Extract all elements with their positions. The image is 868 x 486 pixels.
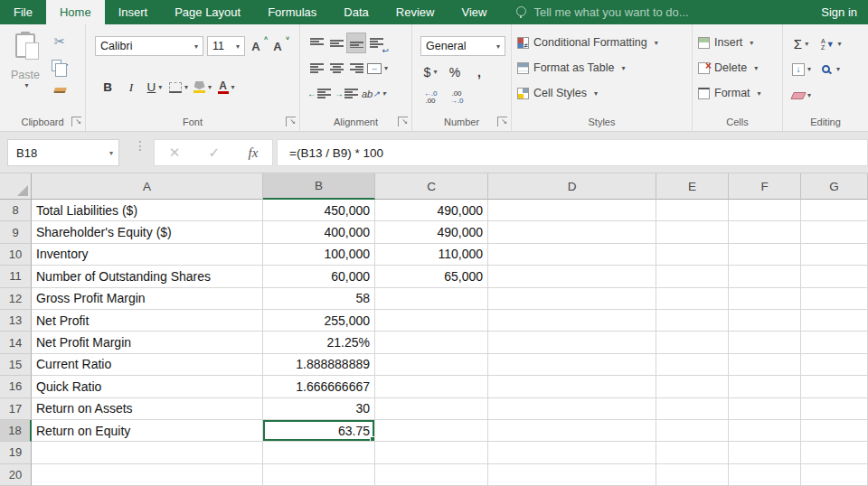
cell-F12[interactable] — [729, 288, 801, 310]
cell-C12[interactable] — [375, 288, 488, 310]
cell-G8[interactable] — [801, 200, 868, 221]
cell-A8[interactable]: Total Liabilities ($) — [32, 200, 263, 221]
borders-button[interactable]: ▾ — [169, 78, 188, 97]
cell-E17[interactable] — [656, 398, 729, 420]
cell-A16[interactable]: Quick Ratio — [32, 376, 263, 397]
cell-A20[interactable] — [32, 464, 263, 486]
wrap-text-button[interactable]: ↩ — [367, 33, 385, 52]
column-header-C[interactable]: C — [375, 173, 488, 200]
cell-F16[interactable] — [729, 376, 801, 397]
cell-A13[interactable]: Net Profit — [32, 310, 263, 332]
center-button[interactable] — [327, 59, 345, 78]
font-name-combo[interactable]: Calibri▾ — [95, 36, 203, 56]
cell-D13[interactable] — [488, 310, 656, 332]
cell-G14[interactable] — [801, 332, 868, 353]
cell-B10[interactable]: 100,000 — [263, 244, 375, 266]
italic-button[interactable]: I — [122, 78, 140, 97]
cell-D8[interactable] — [488, 200, 656, 221]
increase-decimal-button[interactable]: ←.0.00 — [421, 88, 439, 107]
cell-E13[interactable] — [656, 310, 729, 332]
number-dialog-launcher[interactable]: ↘ — [497, 117, 507, 126]
cut-button[interactable]: ✂ — [51, 32, 69, 51]
cell-B11[interactable]: 60,000 — [263, 266, 375, 287]
column-header-G[interactable]: G — [801, 173, 868, 200]
format-painter-button[interactable] — [51, 80, 69, 99]
row-header-18[interactable]: 18 — [0, 420, 32, 442]
tell-me-box[interactable]: Tell me what you want to do... — [514, 0, 688, 24]
format-cells-button[interactable]: Format▾ — [693, 87, 782, 99]
cell-A12[interactable]: Gross Profit Margin — [32, 288, 263, 310]
cell-B17[interactable]: 30 — [263, 398, 375, 420]
merge-center-button[interactable]: ↔▾ — [367, 59, 388, 78]
cell-E15[interactable] — [656, 354, 729, 376]
cell-D12[interactable] — [488, 288, 656, 310]
row-header-16[interactable]: 16 — [0, 376, 32, 397]
align-right-button[interactable] — [347, 59, 365, 78]
cell-G9[interactable] — [801, 221, 868, 243]
cell-D11[interactable] — [488, 266, 656, 287]
conditional-formatting-button[interactable]: Conditional Formatting▾ — [512, 36, 692, 49]
cell-A15[interactable]: Current Ratio — [32, 354, 263, 376]
sign-in-button[interactable]: Sign in — [821, 0, 857, 24]
autosum-button[interactable]: Σ▾ — [792, 34, 810, 53]
cell-B9[interactable]: 400,000 — [263, 221, 375, 243]
cell-A14[interactable]: Net Profit Margin — [32, 332, 263, 353]
column-header-A[interactable]: A — [32, 173, 263, 200]
cell-B13[interactable]: 255,000 — [263, 310, 375, 332]
cell-G16[interactable] — [801, 376, 868, 397]
cell-E18[interactable] — [656, 420, 729, 442]
cell-A17[interactable]: Return on Assets — [32, 398, 263, 420]
percent-style-button[interactable]: % — [446, 62, 464, 81]
cell-F13[interactable] — [729, 310, 801, 332]
find-select-button[interactable]: ▾ — [822, 60, 840, 79]
cell-A9[interactable]: Shareholder's Equity ($) — [32, 221, 263, 243]
increase-font-size-button[interactable]: A˄ — [249, 37, 267, 56]
orientation-button[interactable]: ab↗▾ — [362, 84, 386, 103]
cell-E11[interactable] — [656, 266, 729, 287]
cell-styles-button[interactable]: Cell Styles▾ — [512, 87, 692, 99]
cell-D16[interactable] — [488, 376, 656, 397]
cell-C15[interactable] — [375, 354, 488, 376]
bold-button[interactable]: B — [99, 78, 117, 97]
paste-button[interactable]: Paste ▾ — [5, 32, 46, 109]
cell-G19[interactable] — [801, 442, 868, 463]
cell-G10[interactable] — [801, 244, 868, 266]
cell-G17[interactable] — [801, 398, 868, 420]
tab-file[interactable]: File — [0, 0, 46, 24]
fill-color-button[interactable]: ▾ — [193, 78, 212, 97]
cell-A11[interactable]: Number of Outstanding Shares — [32, 266, 263, 287]
cell-C16[interactable] — [375, 376, 488, 397]
insert-cells-button[interactable]: Insert▾ — [693, 36, 782, 49]
underline-button[interactable]: U▾ — [146, 78, 164, 97]
insert-function-button[interactable]: fx — [248, 145, 258, 161]
cell-C9[interactable]: 490,000 — [375, 221, 488, 243]
clear-button[interactable]: ▾ — [792, 86, 811, 105]
name-box[interactable]: B18 ▾ — [7, 139, 119, 166]
row-header-11[interactable]: 11 — [0, 266, 32, 287]
decrease-decimal-button[interactable]: .00→.0 — [448, 88, 466, 107]
row-header-9[interactable]: 9 — [0, 221, 32, 243]
cell-D19[interactable] — [488, 442, 656, 463]
row-header-14[interactable]: 14 — [0, 332, 32, 353]
select-all-corner[interactable] — [0, 173, 32, 200]
row-header-17[interactable]: 17 — [0, 398, 32, 420]
column-header-D[interactable]: D — [488, 173, 656, 200]
cell-G18[interactable] — [801, 420, 868, 442]
format-as-table-button[interactable]: Format as Table▾ — [512, 61, 692, 74]
cell-D18[interactable] — [488, 420, 656, 442]
delete-cells-button[interactable]: Delete▾ — [693, 61, 782, 74]
increase-indent-button[interactable]: → — [335, 84, 358, 103]
cell-E10[interactable] — [656, 244, 729, 266]
cell-F8[interactable] — [729, 200, 801, 221]
row-header-19[interactable]: 19 — [0, 442, 32, 463]
accounting-format-button[interactable]: $▾ — [421, 62, 439, 81]
tab-data[interactable]: Data — [330, 0, 382, 24]
cell-C14[interactable] — [375, 332, 488, 353]
cell-A18[interactable]: Return on Equity — [32, 420, 263, 442]
decrease-font-size-button[interactable]: A˅ — [270, 37, 288, 56]
copy-button[interactable]: ▾ — [51, 56, 69, 75]
bottom-align-button[interactable] — [347, 33, 365, 52]
cell-D9[interactable] — [488, 221, 656, 243]
row-header-13[interactable]: 13 — [0, 310, 32, 332]
font-dialog-launcher[interactable]: ↘ — [286, 117, 296, 126]
